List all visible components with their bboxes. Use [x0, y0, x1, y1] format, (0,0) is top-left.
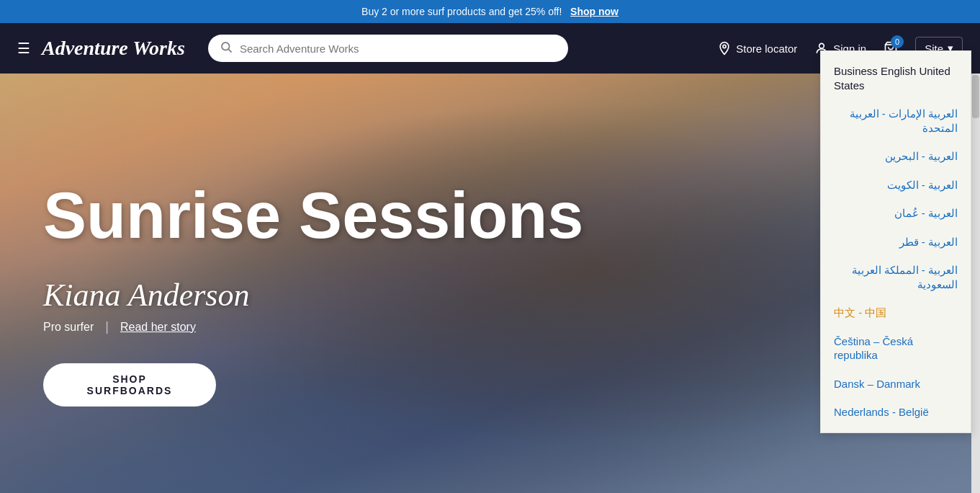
svg-point-2: [723, 45, 726, 48]
hero-meta: Pro surfer | Read her story: [43, 319, 937, 334]
site-dropdown: Business English United Statesالعربية ال…: [820, 50, 971, 433]
site-logo[interactable]: Adventure Works: [42, 37, 185, 60]
svg-point-3: [819, 43, 824, 48]
shop-surfboards-button[interactable]: SHOP SURFBOARDS: [43, 363, 216, 407]
cart-count: 0: [891, 35, 904, 48]
header-left: ☰ Adventure Works: [17, 37, 185, 60]
dropdown-item-danish[interactable]: Dansk – Danmark: [821, 370, 971, 399]
dropdown-item-arabic-oman[interactable]: العربية - عُمان: [821, 199, 971, 228]
promo-link[interactable]: Shop now: [570, 6, 619, 17]
promo-banner: Buy 2 or more surf products and get 25% …: [0, 0, 980, 23]
scrollbar-thumb[interactable]: [972, 75, 979, 118]
dropdown-item-chinese-china[interactable]: 中文 - 中国: [821, 298, 971, 327]
scrollbar-track: [971, 74, 980, 493]
hero-role: Pro surfer: [43, 321, 94, 334]
search-input[interactable]: [240, 43, 557, 55]
search-icon: [220, 40, 233, 56]
dropdown-item-business-english-us[interactable]: Business English United States: [821, 57, 971, 99]
search-bar: [208, 35, 568, 62]
hero-title: Sunrise Sessions: [43, 183, 937, 248]
svg-point-0: [222, 43, 230, 50]
hamburger-icon[interactable]: ☰: [17, 40, 30, 57]
dropdown-item-arabic-uae[interactable]: العربية الإمارات - العربية المتحدة: [821, 99, 971, 142]
hero-surfer-name: Kiana Anderson: [43, 277, 937, 314]
read-story-link[interactable]: Read her story: [120, 321, 196, 334]
dropdown-item-arabic-saudi[interactable]: العربية - المملكة العربية السعودية: [821, 256, 971, 298]
dropdown-item-arabic-kuwait[interactable]: العربية - الكويت: [821, 171, 971, 200]
dropdown-item-arabic-qatar[interactable]: العربية - قطر: [821, 228, 971, 257]
dropdown-item-arabic-bahrain[interactable]: العربية - البحرين: [821, 142, 971, 171]
promo-text: Buy 2 or more surf products and get 25% …: [361, 6, 562, 17]
store-locator-button[interactable]: Store locator: [717, 41, 797, 55]
hero-separator: |: [105, 319, 109, 334]
dropdown-item-czech[interactable]: Čeština – Česká republika: [821, 327, 971, 370]
store-locator-label: Store locator: [736, 43, 797, 55]
dropdown-item-dutch-belgium[interactable]: Nederlands - België: [821, 398, 971, 427]
svg-line-1: [228, 49, 231, 52]
